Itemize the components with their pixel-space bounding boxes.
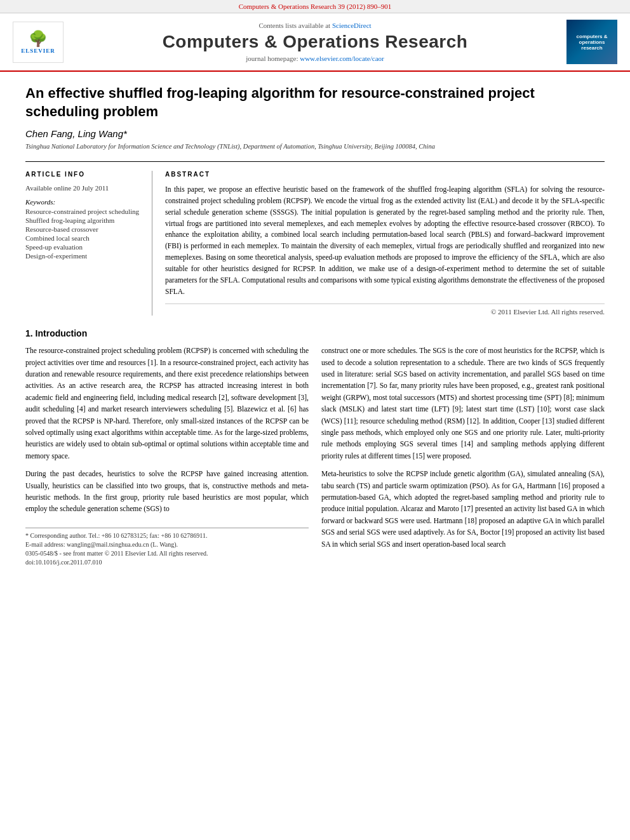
logo-line1: computers & (577, 34, 608, 39)
body-para-4: Meta-heuristics to solve the RCPSP inclu… (321, 468, 605, 550)
elsevier-wordmark: ELSEVIER (21, 48, 55, 54)
section-number: 1. (25, 328, 33, 338)
sciencedirect-link[interactable]: ScienceDirect (332, 22, 372, 29)
main-content: An effective shuffled frog-leaping algor… (0, 72, 630, 580)
journal-bar: Computers & Operations Research 39 (2012… (0, 0, 630, 13)
keyword-4: Combined local search (25, 234, 142, 242)
available-online: Available online 20 July 2011 (25, 184, 142, 192)
body-para-1: The resource-constrained project schedul… (25, 345, 309, 462)
body-para-2: During the past decades, heuristics to s… (25, 468, 309, 515)
homepage-link[interactable]: www.elsevier.com/locate/caor (300, 55, 384, 62)
keyword-6: Design-of-experiment (25, 252, 142, 260)
body-para-3: construct one or more schedules. The SGS… (321, 345, 605, 462)
contents-available-text: Contents lists available at (258, 22, 330, 29)
article-title: An effective shuffled frog-leaping algor… (25, 84, 605, 121)
journal-logo-right: computers & operations research (566, 20, 617, 64)
introduction-heading: 1. Introduction (25, 328, 605, 338)
journal-header-center: Contents lists available at ScienceDirec… (70, 22, 560, 62)
keywords-label: Keywords: (25, 198, 142, 206)
para-3-text: construct one or more schedules. The SGS… (321, 347, 605, 460)
logo-line3: research (581, 45, 602, 51)
journal-title: Computers & Operations Research (70, 32, 560, 52)
abstract-header: ABSTRACT (165, 171, 605, 178)
author-names: Chen Fang, Ling Wang* (25, 128, 127, 139)
article-info-header: ARTICLE INFO (25, 171, 142, 178)
journal-citation: Computers & Operations Research 39 (2012… (239, 3, 392, 10)
footnote-section: * Corresponding author. Tel.: +86 10 627… (25, 528, 309, 566)
keyword-3: Resource-based crossover (25, 225, 142, 233)
corresponding-author-note: * Corresponding author. Tel.: +86 10 627… (25, 532, 309, 539)
abstract-column: ABSTRACT In this paper, we propose an ef… (165, 171, 605, 316)
para-4-text: Meta-heuristics to solve the RCPSP inclu… (321, 470, 605, 547)
sciencedirect-line: Contents lists available at ScienceDirec… (70, 22, 560, 29)
keyword-5: Speed-up evaluation (25, 243, 142, 251)
abstract-text: In this paper, we propose an effective h… (165, 184, 605, 297)
keyword-1: Resource-constrained project scheduling (25, 208, 142, 215)
page-header: 🌳 ELSEVIER Contents lists available at S… (0, 13, 630, 72)
info-abstract-section: ARTICLE INFO Available online 20 July 20… (25, 161, 605, 316)
body-left-column: The resource-constrained project schedul… (25, 345, 309, 567)
elsevier-tree-icon: 🌳 (29, 30, 48, 48)
elsevier-logo: 🌳 ELSEVIER (13, 22, 64, 63)
body-columns: The resource-constrained project schedul… (25, 345, 605, 567)
logo-line2: operations (579, 39, 605, 45)
email-note: E-mail address: wangling@mail.tsinghua.e… (25, 541, 309, 548)
issn-note: 0305-0548/$ - see front matter © 2011 El… (25, 550, 309, 557)
authors: Chen Fang, Ling Wang* (25, 128, 605, 139)
abstract-body: In this paper, we propose an effective h… (165, 185, 605, 295)
keyword-2: Shuffled frog-leaping algorithm (25, 217, 142, 224)
journal-logo-right-container: computers & operations research (560, 20, 617, 64)
elsevier-logo-container: 🌳 ELSEVIER (13, 22, 70, 63)
affiliation: Tsinghua National Laboratory for Informa… (25, 143, 605, 150)
homepage-line: journal homepage: www.elsevier.com/locat… (70, 55, 560, 62)
homepage-label: journal homepage: (246, 55, 298, 62)
para-2-text: During the past decades, heuristics to s… (25, 470, 309, 512)
section-title-text: Introduction (36, 328, 88, 338)
body-right-column: construct one or more schedules. The SGS… (321, 345, 605, 567)
doi-note: doi:10.1016/j.cor.2011.07.010 (25, 559, 309, 566)
copyright-notice: © 2011 Elsevier Ltd. All rights reserved… (165, 303, 605, 316)
article-info-column: ARTICLE INFO Available online 20 July 20… (25, 171, 152, 316)
para-1-text: The resource-constrained project schedul… (25, 347, 309, 460)
